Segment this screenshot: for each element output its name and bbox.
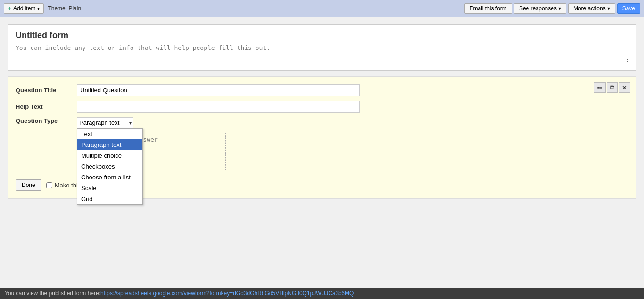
help-text-input[interactable] (77, 101, 360, 113)
done-label: Done (22, 182, 35, 188)
edit-icon: ✏ (597, 84, 603, 91)
dropdown-option-checkboxes[interactable]: Checkboxes (77, 161, 142, 172)
main-area: You can include any text or info that wi… (0, 17, 644, 288)
statusbar: You can view the published form here: ht… (0, 288, 644, 299)
toolbar-left: + Add item ▾ Theme: Plain (4, 3, 461, 14)
question-editor: ✏ ⧉ ✕ Question Title Help Text Question … (8, 76, 636, 199)
see-responses-arrow-icon: ▾ (558, 5, 561, 12)
question-type-label: Question Type (16, 117, 77, 124)
form-header-card: You can include any text or info that wi… (8, 24, 636, 71)
add-item-button[interactable]: + Add item ▾ (4, 3, 44, 14)
dropdown-option-grid[interactable]: Grid (77, 194, 142, 204)
select-wrapper: Paragraph text ▾ (77, 117, 133, 128)
required-question-checkbox[interactable] (46, 182, 52, 188)
email-form-button[interactable]: Email this form (464, 3, 512, 14)
more-actions-label: More actions (573, 5, 606, 12)
more-actions-button[interactable]: More actions ▾ (568, 3, 615, 14)
delete-question-button[interactable]: ✕ (619, 82, 630, 93)
copy-icon: ⧉ (610, 84, 614, 91)
save-label: Save (622, 5, 635, 12)
delete-icon: ✕ (622, 84, 627, 91)
see-responses-label: See responses (519, 5, 557, 12)
dropdown-option-scale[interactable]: Scale (77, 183, 142, 194)
toolbar-right: Email this form See responses ▾ More act… (464, 3, 640, 14)
save-button[interactable]: Save (617, 3, 640, 14)
form-title-input[interactable] (16, 31, 628, 40)
question-title-label: Question Title (16, 87, 77, 94)
question-actions: ✏ ⧉ ✕ (594, 82, 630, 93)
toolbar: + Add item ▾ Theme: Plain Email this for… (0, 0, 644, 17)
dropdown-option-paragraph-text[interactable]: Paragraph text (77, 139, 142, 150)
question-type-wrapper: Paragraph text ▾ Text Paragraph text Mul… (77, 117, 133, 128)
question-type-dropdown: Text Paragraph text Multiple choice Chec… (77, 128, 143, 205)
question-title-input[interactable] (77, 84, 360, 96)
plus-icon: + (8, 5, 11, 12)
edit-question-button[interactable]: ✏ (594, 82, 606, 93)
statusbar-text: You can view the published form here: (5, 290, 100, 297)
add-item-label: Add item (13, 5, 35, 12)
copy-question-button[interactable]: ⧉ (607, 82, 618, 93)
theme-label: Theme: Plain (48, 5, 81, 12)
add-item-arrow-icon: ▾ (37, 6, 40, 11)
published-form-link[interactable]: https://spreadsheets.google.com/viewform… (100, 290, 354, 297)
question-type-row: Question Type Paragraph text ▾ Text Para… (16, 117, 628, 128)
form-description-input[interactable]: You can include any text or info that wi… (16, 44, 628, 63)
dropdown-option-choose-from-list[interactable]: Choose from a list (77, 172, 142, 183)
help-text-label: Help Text (16, 103, 77, 110)
question-title-row: Question Title (16, 84, 628, 96)
done-button[interactable]: Done (16, 179, 41, 191)
email-form-label: Email this form (470, 5, 507, 12)
dropdown-option-multiple-choice[interactable]: Multiple choice (77, 150, 142, 161)
see-responses-button[interactable]: See responses ▾ (514, 3, 566, 14)
help-text-row: Help Text (16, 101, 628, 113)
more-actions-arrow-icon: ▾ (607, 5, 610, 12)
question-type-select[interactable]: Paragraph text (77, 117, 133, 128)
dropdown-option-text[interactable]: Text (77, 129, 142, 139)
